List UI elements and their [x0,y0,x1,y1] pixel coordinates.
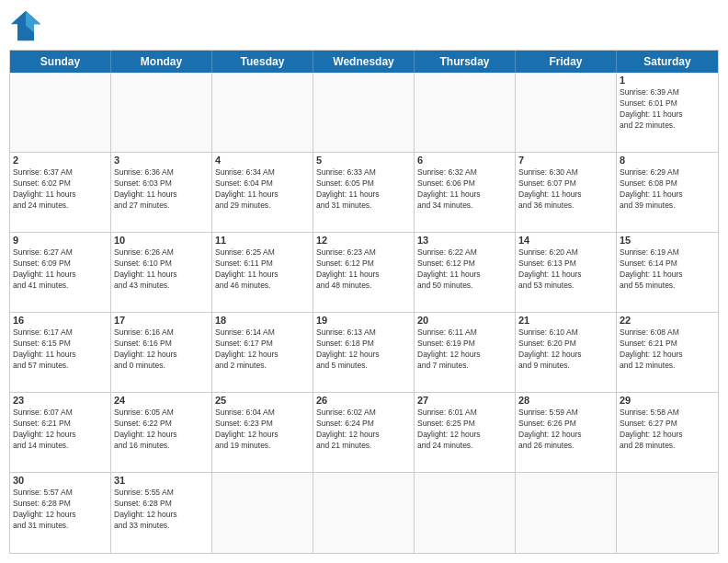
cell-day-number: 16 [13,315,108,326]
calendar-cell [415,73,516,153]
cell-day-number: 15 [620,235,715,246]
cell-day-number: 7 [518,155,613,166]
calendar-cell: 28Sunrise: 5:59 AM Sunset: 6:26 PM Dayli… [516,393,617,473]
cell-day-number: 22 [620,315,715,326]
cell-info: Sunrise: 6:02 AM Sunset: 6:24 PM Dayligh… [316,408,411,452]
calendar-grid: 1Sunrise: 6:39 AM Sunset: 6:01 PM Daylig… [10,73,718,553]
calendar-cell: 17Sunrise: 6:16 AM Sunset: 6:16 PM Dayli… [111,313,212,393]
day-header-monday: Monday [111,51,212,73]
calendar: SundayMondayTuesdayWednesdayThursdayFrid… [9,50,719,554]
cell-info: Sunrise: 5:55 AM Sunset: 6:28 PM Dayligh… [114,488,209,532]
calendar-cell: 31Sunrise: 5:55 AM Sunset: 6:28 PM Dayli… [111,473,212,553]
calendar-cell [10,73,111,153]
cell-day-number: 9 [13,235,108,246]
cell-day-number: 13 [417,235,512,246]
header [9,9,719,42]
cell-info: Sunrise: 6:23 AM Sunset: 6:12 PM Dayligh… [316,247,411,292]
cell-info: Sunrise: 6:17 AM Sunset: 6:15 PM Dayligh… [13,327,108,372]
calendar-cell [516,473,617,553]
cell-day-number: 30 [13,475,108,486]
day-headers: SundayMondayTuesdayWednesdayThursdayFrid… [10,51,718,73]
calendar-cell: 2Sunrise: 6:37 AM Sunset: 6:02 PM Daylig… [10,153,111,233]
calendar-cell [111,73,212,153]
cell-day-number: 25 [215,395,310,406]
calendar-cell: 15Sunrise: 6:19 AM Sunset: 6:14 PM Dayli… [617,233,718,313]
calendar-cell: 26Sunrise: 6:02 AM Sunset: 6:24 PM Dayli… [313,393,415,473]
cell-info: Sunrise: 6:26 AM Sunset: 6:10 PM Dayligh… [114,247,209,292]
cell-day-number: 31 [114,475,209,486]
day-header-wednesday: Wednesday [313,51,415,73]
calendar-cell: 6Sunrise: 6:32 AM Sunset: 6:06 PM Daylig… [415,153,516,233]
cell-info: Sunrise: 5:58 AM Sunset: 6:27 PM Dayligh… [620,408,715,452]
cell-info: Sunrise: 6:25 AM Sunset: 6:11 PM Dayligh… [215,247,310,292]
cell-day-number: 18 [215,315,310,326]
cell-info: Sunrise: 6:10 AM Sunset: 6:20 PM Dayligh… [518,327,613,372]
calendar-cell: 25Sunrise: 6:04 AM Sunset: 6:23 PM Dayli… [212,393,313,473]
calendar-cell [212,73,313,153]
cell-info: Sunrise: 6:39 AM Sunset: 6:01 PM Dayligh… [620,87,715,132]
calendar-cell: 10Sunrise: 6:26 AM Sunset: 6:10 PM Dayli… [111,233,212,313]
cell-info: Sunrise: 6:27 AM Sunset: 6:09 PM Dayligh… [13,247,108,292]
calendar-cell: 5Sunrise: 6:33 AM Sunset: 6:05 PM Daylig… [313,153,415,233]
calendar-cell: 21Sunrise: 6:10 AM Sunset: 6:20 PM Dayli… [516,313,617,393]
cell-info: Sunrise: 6:34 AM Sunset: 6:04 PM Dayligh… [215,167,310,212]
cell-day-number: 28 [518,395,613,406]
day-header-thursday: Thursday [415,51,516,73]
cell-day-number: 1 [620,75,715,86]
calendar-cell: 29Sunrise: 5:58 AM Sunset: 6:27 PM Dayli… [617,393,718,473]
cell-day-number: 29 [620,395,715,406]
calendar-cell: 7Sunrise: 6:30 AM Sunset: 6:07 PM Daylig… [516,153,617,233]
cell-info: Sunrise: 6:07 AM Sunset: 6:21 PM Dayligh… [13,408,108,452]
logo [9,9,46,42]
cell-info: Sunrise: 6:08 AM Sunset: 6:21 PM Dayligh… [620,327,715,372]
cell-day-number: 3 [114,155,209,166]
cell-day-number: 14 [518,235,613,246]
cell-day-number: 19 [316,315,411,326]
calendar-cell: 14Sunrise: 6:20 AM Sunset: 6:13 PM Dayli… [516,233,617,313]
calendar-cell [415,473,516,553]
logo-icon [9,9,42,42]
cell-info: Sunrise: 6:04 AM Sunset: 6:23 PM Dayligh… [215,408,310,452]
calendar-cell [516,73,617,153]
calendar-cell: 8Sunrise: 6:29 AM Sunset: 6:08 PM Daylig… [617,153,718,233]
cell-day-number: 21 [518,315,613,326]
cell-day-number: 26 [316,395,411,406]
calendar-cell: 9Sunrise: 6:27 AM Sunset: 6:09 PM Daylig… [10,233,111,313]
cell-info: Sunrise: 6:14 AM Sunset: 6:17 PM Dayligh… [215,327,310,372]
cell-day-number: 2 [13,155,108,166]
calendar-cell: 1Sunrise: 6:39 AM Sunset: 6:01 PM Daylig… [617,73,718,153]
cell-info: Sunrise: 6:13 AM Sunset: 6:18 PM Dayligh… [316,327,411,372]
cell-day-number: 24 [114,395,209,406]
calendar-cell: 12Sunrise: 6:23 AM Sunset: 6:12 PM Dayli… [313,233,415,313]
cell-day-number: 4 [215,155,310,166]
calendar-cell [313,473,415,553]
calendar-cell [617,473,718,553]
calendar-cell: 24Sunrise: 6:05 AM Sunset: 6:22 PM Dayli… [111,393,212,473]
cell-info: Sunrise: 6:11 AM Sunset: 6:19 PM Dayligh… [417,327,512,372]
calendar-cell: 30Sunrise: 5:57 AM Sunset: 6:28 PM Dayli… [10,473,111,553]
day-header-sunday: Sunday [10,51,111,73]
calendar-cell: 16Sunrise: 6:17 AM Sunset: 6:15 PM Dayli… [10,313,111,393]
cell-day-number: 17 [114,315,209,326]
cell-info: Sunrise: 6:16 AM Sunset: 6:16 PM Dayligh… [114,327,209,372]
calendar-cell: 22Sunrise: 6:08 AM Sunset: 6:21 PM Dayli… [617,313,718,393]
calendar-cell: 18Sunrise: 6:14 AM Sunset: 6:17 PM Dayli… [212,313,313,393]
day-header-saturday: Saturday [617,51,718,73]
cell-day-number: 20 [417,315,512,326]
cell-info: Sunrise: 6:05 AM Sunset: 6:22 PM Dayligh… [114,408,209,452]
cell-info: Sunrise: 6:33 AM Sunset: 6:05 PM Dayligh… [316,167,411,212]
cell-info: Sunrise: 6:01 AM Sunset: 6:25 PM Dayligh… [417,408,512,452]
calendar-cell: 4Sunrise: 6:34 AM Sunset: 6:04 PM Daylig… [212,153,313,233]
cell-info: Sunrise: 6:30 AM Sunset: 6:07 PM Dayligh… [518,167,613,212]
calendar-cell: 27Sunrise: 6:01 AM Sunset: 6:25 PM Dayli… [415,393,516,473]
cell-info: Sunrise: 5:59 AM Sunset: 6:26 PM Dayligh… [518,408,613,452]
cell-info: Sunrise: 6:37 AM Sunset: 6:02 PM Dayligh… [13,167,108,212]
day-header-tuesday: Tuesday [212,51,313,73]
calendar-cell: 23Sunrise: 6:07 AM Sunset: 6:21 PM Dayli… [10,393,111,473]
cell-day-number: 10 [114,235,209,246]
calendar-cell: 19Sunrise: 6:13 AM Sunset: 6:18 PM Dayli… [313,313,415,393]
cell-info: Sunrise: 6:36 AM Sunset: 6:03 PM Dayligh… [114,167,209,212]
calendar-cell: 3Sunrise: 6:36 AM Sunset: 6:03 PM Daylig… [111,153,212,233]
calendar-cell: 20Sunrise: 6:11 AM Sunset: 6:19 PM Dayli… [415,313,516,393]
cell-info: Sunrise: 6:22 AM Sunset: 6:12 PM Dayligh… [417,247,512,292]
